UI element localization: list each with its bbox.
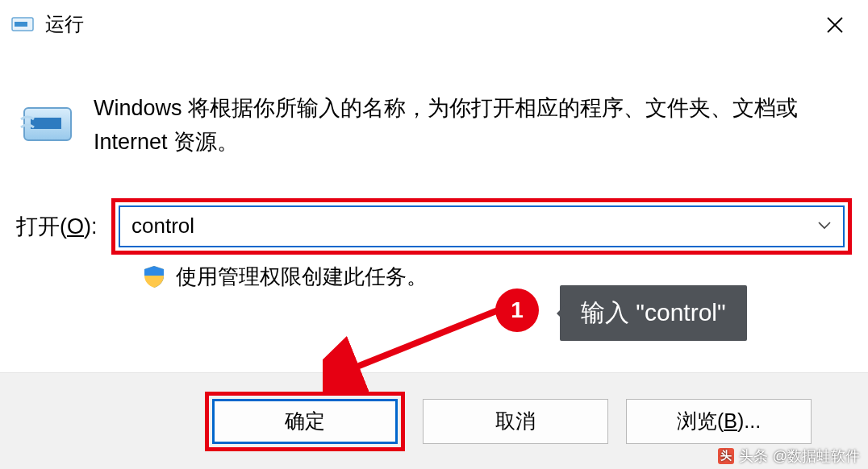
ok-button-highlight: 确定 xyxy=(205,392,405,451)
run-large-icon xyxy=(16,92,94,160)
watermark: 头 头条 @数据蛙软件 xyxy=(718,446,860,466)
ok-button[interactable]: 确定 xyxy=(212,399,398,444)
svg-rect-1 xyxy=(15,22,27,27)
shield-icon xyxy=(142,264,166,288)
close-icon xyxy=(825,15,845,35)
watermark-icon: 头 xyxy=(718,448,734,464)
input-highlight-box xyxy=(111,198,852,255)
close-button[interactable] xyxy=(821,11,849,39)
cancel-button[interactable]: 取消 xyxy=(423,399,608,444)
admin-privilege-text: 使用管理权限创建此任务。 xyxy=(176,263,428,291)
chevron-down-icon[interactable] xyxy=(817,219,832,234)
open-label: 打开(O): xyxy=(16,212,111,241)
annotation-tooltip: 输入 "control" xyxy=(560,285,747,341)
browse-button[interactable]: 浏览(B)... xyxy=(626,399,812,444)
annotation-marker-1: 1 xyxy=(495,288,539,332)
run-app-icon xyxy=(11,15,34,33)
open-input[interactable] xyxy=(131,214,832,239)
dialog-description: Windows 将根据你所输入的名称，为你打开相应的程序、文件夹、文档或 Int… xyxy=(94,92,852,160)
open-row: 打开(O): xyxy=(0,198,868,255)
watermark-source: 头条 xyxy=(739,446,768,466)
svg-line-7 xyxy=(347,306,508,371)
window-title: 运行 xyxy=(45,11,84,37)
svg-rect-5 xyxy=(31,118,61,129)
open-combobox[interactable] xyxy=(119,205,845,247)
dialog-body: Windows 将根据你所输入的名称，为你打开相应的程序、文件夹、文档或 Int… xyxy=(0,48,868,160)
titlebar: 运行 xyxy=(0,0,868,48)
watermark-author: @数据蛙软件 xyxy=(773,446,860,466)
